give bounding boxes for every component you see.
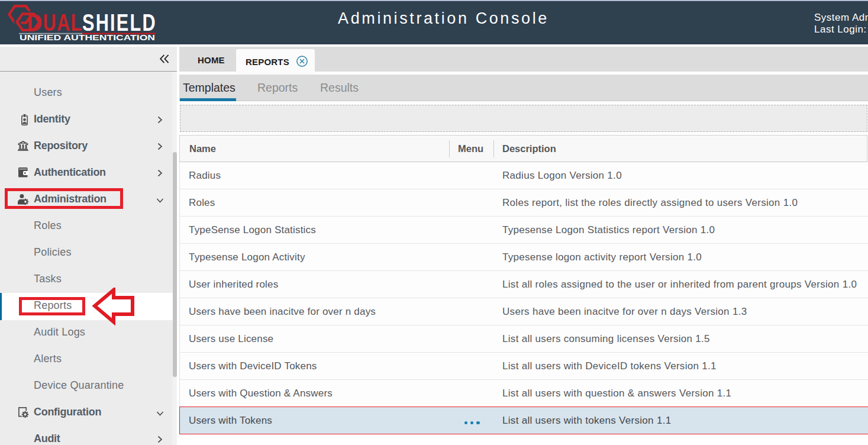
svg-text:UNIFIED AUTHENTICATION: UNIFIED AUTHENTICATION <box>20 34 155 42</box>
svg-text:UAL: UAL <box>43 8 82 36</box>
svg-text:D: D <box>27 8 43 36</box>
svg-text:SHIELD: SHIELD <box>82 8 156 36</box>
